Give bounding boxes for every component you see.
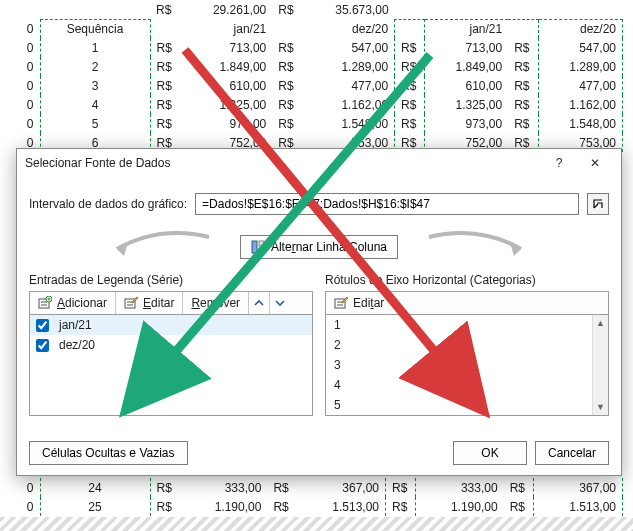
cell-currency: R$ [150, 76, 180, 95]
cell-stub: 0 [10, 95, 40, 114]
col-header: jan/21 [180, 19, 272, 38]
series-item-label: dez/20 [59, 338, 95, 352]
col-header: jan/21 [425, 19, 509, 38]
series-checkbox[interactable] [36, 319, 49, 332]
cell-value: 1.849,00 [425, 57, 509, 76]
series-item[interactable]: jan/21 [30, 315, 312, 335]
range-picker-button[interactable] [587, 193, 609, 215]
cell-currency: R$ [150, 478, 180, 497]
cell-value: 367,00 [534, 478, 623, 497]
remove-series-button[interactable]: Remover [183, 292, 249, 314]
edit-series-button[interactable]: Editar [116, 292, 183, 314]
cell-value: 973,00 [425, 114, 509, 133]
series-item-label: jan/21 [59, 318, 92, 332]
cell-currency: R$ [150, 38, 180, 57]
cell-currency: R$ [272, 0, 302, 19]
cell-currency: R$ [150, 114, 180, 133]
series-toolbar: Adicionar Editar Remover [29, 291, 313, 315]
cell-currency: R$ [508, 114, 538, 133]
category-item[interactable]: 2 [326, 335, 592, 355]
cancel-button[interactable]: Cancelar [535, 441, 609, 465]
select-data-source-dialog: Selecionar Fonte de Dados ? ✕ Intervalo … [16, 148, 622, 476]
add-series-button[interactable]: Adicionar [30, 292, 116, 314]
cell-currency: R$ [272, 76, 302, 95]
cell-seq: 25 [40, 497, 150, 516]
cell-value: 1.513,00 [297, 497, 385, 516]
categories-listbox[interactable]: 12345 [326, 315, 592, 415]
cell-value: 1.849,00 [180, 57, 272, 76]
edit-categories-button[interactable]: Editar [326, 292, 392, 314]
cell-currency: R$ [395, 57, 425, 76]
add-icon [38, 296, 52, 310]
categories-title: Rótulos do Eixo Horizontal (Categorias) [325, 273, 609, 287]
category-item[interactable]: 1 [326, 315, 592, 335]
category-item[interactable]: 4 [326, 375, 592, 395]
cell-stub: 0 [10, 57, 40, 76]
svg-rect-1 [259, 241, 264, 246]
category-item[interactable]: 3 [326, 355, 592, 375]
cell-currency: R$ [150, 0, 180, 19]
switch-row-column-button[interactable]: Alternar Linha/Coluna [240, 235, 398, 259]
cell-currency: R$ [508, 38, 538, 57]
close-button[interactable]: ✕ [577, 150, 613, 176]
dialog-titlebar: Selecionar Fonte de Dados ? ✕ [17, 149, 621, 177]
cell-currency: R$ [272, 95, 302, 114]
cell-value: 1.289,00 [538, 57, 622, 76]
scrollbar[interactable]: ▲ ▼ [592, 315, 608, 415]
cell-currency: R$ [150, 497, 180, 516]
cell-currency: R$ [395, 38, 425, 57]
cell-currency: R$ [508, 76, 538, 95]
cell-seq: 3 [40, 76, 150, 95]
edit-icon [334, 296, 348, 310]
cell-value: 1.513,00 [534, 497, 623, 516]
cell-stub: 0 [10, 478, 40, 497]
series-listbox[interactable]: jan/21dez/20 [29, 315, 313, 416]
help-button[interactable]: ? [541, 150, 577, 176]
cell-seq: 4 [40, 95, 150, 114]
cell-value: 1.162,00 [302, 95, 394, 114]
cell-value: 477,00 [538, 76, 622, 95]
cell-currency: R$ [395, 95, 425, 114]
cell-currency: R$ [272, 57, 302, 76]
cell-value: 1.325,00 [425, 95, 509, 114]
cell-value: 1.548,00 [538, 114, 622, 133]
categories-toolbar: Editar [325, 291, 609, 315]
cell-currency: R$ [272, 38, 302, 57]
cell-value: 713,00 [180, 38, 272, 57]
svg-rect-2 [259, 248, 264, 253]
series-checkbox[interactable] [36, 339, 49, 352]
scroll-down-button[interactable]: ▼ [593, 399, 608, 415]
col-header-seq: Sequência [40, 19, 150, 38]
series-title: Entradas de Legenda (Série) [29, 273, 313, 287]
cell-stub: 0 [10, 38, 40, 57]
cell-currency: R$ [386, 478, 416, 497]
move-down-button[interactable] [270, 292, 290, 314]
cell-currency: R$ [267, 478, 297, 497]
cell-value: 1.289,00 [302, 57, 394, 76]
cell-value: 333,00 [180, 478, 267, 497]
move-up-button[interactable] [249, 292, 270, 314]
cell-value: 1.325,00 [180, 95, 272, 114]
cell-seq: 1 [40, 38, 150, 57]
switch-icon [251, 240, 265, 254]
category-item[interactable]: 5 [326, 395, 592, 415]
cell-seq: 24 [40, 478, 150, 497]
cell-value: 477,00 [302, 76, 394, 95]
hidden-cells-button[interactable]: Células Ocultas e Vazias [29, 441, 188, 465]
range-input[interactable] [195, 193, 579, 215]
cell-value: 547,00 [302, 38, 394, 57]
cell-currency: R$ [150, 57, 180, 76]
scroll-up-button[interactable]: ▲ [593, 315, 608, 331]
cell-currency: R$ [386, 497, 416, 516]
chevron-down-icon [275, 298, 285, 308]
cell-stub: 0 [10, 114, 40, 133]
cell-value: 1.162,00 [538, 95, 622, 114]
cell-currency: R$ [395, 114, 425, 133]
cell-currency: R$ [504, 478, 534, 497]
series-item[interactable]: dez/20 [30, 335, 312, 355]
cell-value: 29.261,00 [180, 0, 272, 19]
ok-button[interactable]: OK [453, 441, 527, 465]
col-header: dez/20 [538, 19, 622, 38]
cell-currency: R$ [272, 114, 302, 133]
cell-stub: 0 [10, 76, 40, 95]
